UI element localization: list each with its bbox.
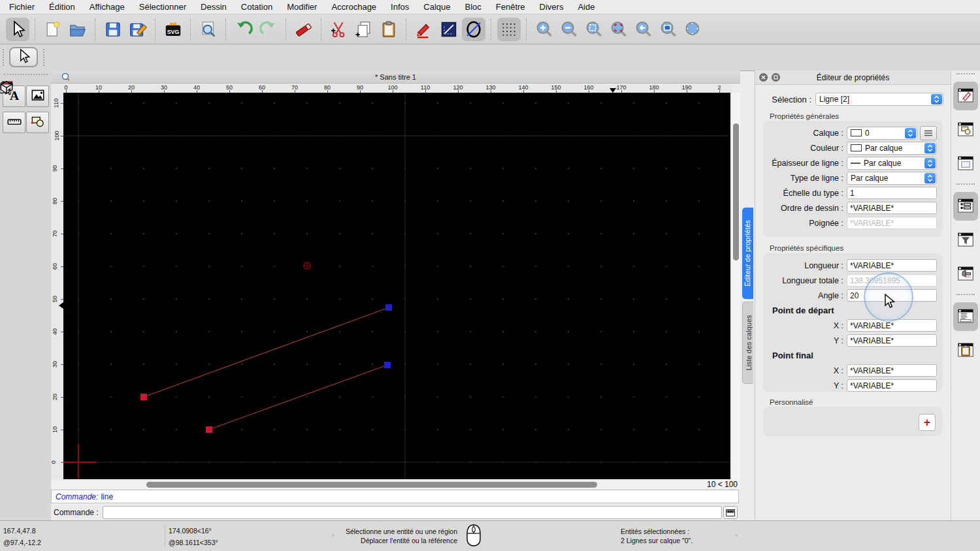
toolbar-drag-handle[interactable] bbox=[3, 49, 6, 66]
y-field[interactable] bbox=[847, 379, 937, 392]
svg-text:SVG: SVG bbox=[167, 28, 180, 35]
menu-dessin[interactable]: Dessin bbox=[201, 2, 227, 12]
block-tool-button[interactable] bbox=[26, 112, 49, 133]
dock-clipboard-panel-button[interactable] bbox=[953, 336, 978, 365]
relative-polar-coordinates: @98.1611<353° bbox=[169, 539, 218, 546]
menu-accrochage[interactable]: Accrochage bbox=[331, 2, 376, 12]
toolbar-drag-handle[interactable] bbox=[43, 49, 46, 66]
vertical-scrollbar[interactable] bbox=[732, 93, 740, 479]
menu-calque[interactable]: Calque bbox=[423, 2, 450, 12]
box3d-tool-button[interactable] bbox=[0, 84, 12, 93]
menu-edition[interactable]: Édition bbox=[49, 2, 75, 12]
add-property-button[interactable]: + bbox=[919, 414, 936, 431]
keyboard-toggle-button[interactable] bbox=[723, 506, 738, 519]
menu-affichage[interactable]: Affichage bbox=[90, 2, 125, 12]
main-toolbar: SVG bbox=[0, 14, 980, 44]
relative-coordinates: @97.4,-12.2 bbox=[3, 539, 41, 546]
copy-button[interactable] bbox=[352, 18, 376, 41]
line-tool-button[interactable] bbox=[437, 18, 461, 41]
menu-divers[interactable]: Divers bbox=[540, 2, 564, 12]
cut-button[interactable] bbox=[327, 18, 351, 41]
close-icon[interactable] bbox=[759, 73, 768, 82]
dock-strip bbox=[951, 71, 980, 520]
undo-button[interactable] bbox=[232, 18, 255, 41]
print-preview-button[interactable] bbox=[197, 18, 220, 41]
redo-button[interactable] bbox=[257, 18, 280, 41]
select-tool-button[interactable] bbox=[9, 47, 38, 67]
dock-properties-editor-button[interactable] bbox=[953, 82, 978, 110]
palette-drag-handle[interactable] bbox=[4, 74, 48, 77]
line-end-handle[interactable] bbox=[384, 362, 391, 368]
tab-layer-list[interactable]: Liste des calques bbox=[742, 302, 753, 384]
svg-export-button[interactable]: SVG bbox=[161, 18, 185, 41]
zoom-auto-button[interactable] bbox=[582, 18, 606, 41]
menu-cotation[interactable]: Cotation bbox=[241, 2, 272, 12]
drawing-title: * Sans titre 1 bbox=[375, 73, 416, 81]
dock-layer-list-button[interactable] bbox=[953, 192, 978, 221]
clipboard-panel-icon bbox=[956, 340, 975, 362]
y-field[interactable] bbox=[847, 334, 937, 347]
dock-drag-handle[interactable] bbox=[956, 73, 975, 76]
float-window-icon[interactable] bbox=[772, 73, 780, 82]
open-file-button[interactable] bbox=[66, 18, 90, 41]
select-button[interactable] bbox=[6, 18, 29, 41]
dock-selection-filter-button[interactable] bbox=[953, 226, 978, 255]
horizontal-scroll-thumb[interactable] bbox=[146, 482, 597, 488]
save-button[interactable] bbox=[101, 18, 125, 41]
angle-field[interactable] bbox=[847, 289, 937, 302]
horizontal-scrollbar[interactable]: 10 < 100 bbox=[51, 480, 740, 489]
grid-toggle-button[interactable] bbox=[497, 18, 521, 41]
menu-fenetre[interactable]: Fenêtre bbox=[496, 2, 525, 12]
paste-button[interactable] bbox=[377, 18, 400, 41]
delete-button[interactable] bbox=[292, 18, 316, 41]
menu-selectionner[interactable]: Sélectionner bbox=[139, 2, 186, 12]
tool-options-bar bbox=[0, 44, 980, 71]
layer-menu-button[interactable] bbox=[920, 126, 937, 140]
canvas-background bbox=[63, 93, 730, 479]
vertical-scroll-thumb[interactable] bbox=[733, 123, 739, 260]
line-swatch-icon bbox=[851, 163, 860, 164]
longueur-field[interactable] bbox=[847, 259, 937, 272]
zoom-select-button[interactable] bbox=[607, 18, 630, 41]
line-start-handle[interactable] bbox=[206, 426, 212, 433]
x-field[interactable] bbox=[847, 364, 937, 377]
couleur-dropdown[interactable]: Par calque bbox=[847, 142, 937, 155]
epaisseur-de-ligne-dropdown[interactable]: Par calque bbox=[847, 157, 937, 170]
command-input[interactable] bbox=[103, 506, 722, 519]
x-field[interactable] bbox=[847, 319, 937, 332]
type-de-ligne-dropdown[interactable]: Par calque bbox=[847, 172, 937, 185]
menu-aide[interactable]: Aide bbox=[578, 2, 595, 12]
echelle-du-type-field[interactable] bbox=[847, 187, 937, 199]
copy-icon bbox=[354, 20, 374, 39]
image-tool-button[interactable] bbox=[26, 86, 49, 107]
svg-export-icon: SVG bbox=[163, 20, 183, 39]
zoom-window-button[interactable] bbox=[657, 18, 680, 41]
calque-dropdown[interactable]: 0 bbox=[847, 127, 917, 140]
menu-modifier[interactable]: Modifier bbox=[287, 2, 317, 12]
tab-properties-editor[interactable]: Éditeur de propriétés bbox=[742, 208, 753, 299]
dock-named-views-button[interactable] bbox=[953, 260, 978, 289]
dock-block-list-button[interactable] bbox=[953, 116, 978, 144]
ellipse-tool-button[interactable] bbox=[462, 18, 485, 41]
menu-fichier[interactable]: Fichier bbox=[9, 2, 35, 12]
zoom-out-icon bbox=[559, 20, 579, 39]
line-end-handle[interactable] bbox=[385, 304, 392, 311]
zoom-pan-button[interactable] bbox=[681, 18, 705, 41]
dock-library-browser-button[interactable] bbox=[953, 150, 978, 178]
properties-panel: Éditeur de propriétés Sélection : Ligne … bbox=[755, 71, 951, 520]
menu-bloc[interactable]: Bloc bbox=[465, 2, 481, 12]
dock-command-widget-button[interactable] bbox=[953, 302, 978, 331]
measure-tool-button[interactable] bbox=[3, 112, 25, 133]
zoom-prev-button[interactable] bbox=[632, 18, 655, 41]
drawing-canvas[interactable] bbox=[63, 93, 730, 479]
save-as-button[interactable] bbox=[126, 18, 150, 41]
draw-pencil-button[interactable] bbox=[412, 18, 436, 41]
zoom-out-button[interactable] bbox=[557, 18, 581, 41]
properties-editor-icon bbox=[956, 86, 975, 107]
selection-dropdown[interactable]: Ligne [2] bbox=[815, 93, 943, 106]
menu-infos[interactable]: Infos bbox=[391, 2, 409, 12]
new-document-button[interactable] bbox=[41, 18, 65, 41]
line-start-handle[interactable] bbox=[140, 394, 147, 400]
zoom-in-button[interactable] bbox=[532, 18, 556, 41]
ordre-de-dessin-field[interactable] bbox=[847, 202, 937, 214]
